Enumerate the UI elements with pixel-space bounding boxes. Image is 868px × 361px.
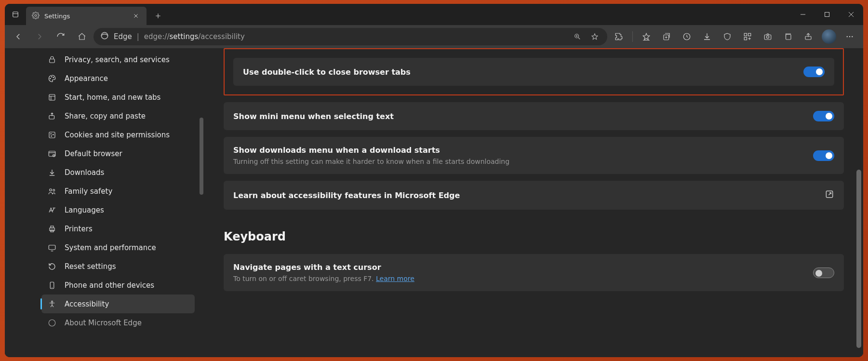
profile-avatar[interactable]: [822, 29, 836, 44]
setting-card-mini-menu: Show mini menu when selecting text: [224, 102, 844, 130]
tab-actions-button[interactable]: [5, 4, 26, 25]
sidebar-item-downloads[interactable]: Downloads: [41, 163, 195, 182]
refresh-button[interactable]: [51, 27, 70, 46]
url-app-label: Edge: [114, 32, 132, 41]
maximize-button[interactable]: [815, 4, 839, 25]
close-window-button[interactable]: [839, 4, 863, 25]
titlebar: Settings: [5, 4, 863, 25]
section-heading-keyboard: Keyboard: [224, 230, 844, 243]
sidebar-item-label: Family safety: [65, 187, 112, 196]
home-button[interactable]: [72, 27, 92, 46]
sidebar-item-start[interactable]: Start, home, and new tabs: [41, 88, 195, 107]
sidebar-item-label: Cookies and site permissions: [65, 131, 170, 139]
collections-icon[interactable]: [657, 27, 676, 46]
gear-icon: [32, 12, 40, 21]
url-field[interactable]: Edge | edge://settings/accessibility: [93, 28, 607, 45]
sidebar-item-printers[interactable]: Printers: [41, 219, 195, 238]
card-title: Learn about accessibility features in Mi…: [233, 191, 825, 200]
toggle-downloads-menu[interactable]: [813, 150, 834, 161]
svg-point-51: [53, 189, 55, 191]
svg-point-44: [53, 134, 54, 135]
sidebar-item-label: Phone and other devices: [65, 281, 154, 290]
history-icon[interactable]: [677, 27, 696, 46]
svg-rect-8: [825, 13, 829, 17]
svg-rect-56: [49, 245, 55, 249]
sidebar-item-reset[interactable]: Reset settings: [41, 257, 195, 276]
printer-icon: [47, 224, 57, 234]
sidebar-item-label: Downloads: [65, 168, 104, 177]
back-button[interactable]: [9, 27, 28, 46]
svg-point-61: [49, 320, 55, 326]
setting-card-doubleclick-close: Use double-click to close browser tabs: [233, 58, 834, 86]
svg-point-31: [847, 36, 848, 37]
svg-point-60: [52, 301, 53, 302]
settings-sidebar: Privacy, search, and services Appearance…: [5, 48, 204, 357]
svg-rect-42: [49, 132, 55, 138]
svg-rect-34: [50, 59, 55, 63]
sidebar-item-system[interactable]: System and performance: [41, 238, 195, 257]
card-title: Show downloads menu when a download star…: [233, 146, 813, 155]
sidebar-item-default-browser[interactable]: Default browser: [41, 144, 195, 163]
sidebar-item-label: Languages: [65, 206, 104, 214]
sidebar-item-label: Share, copy and paste: [65, 112, 146, 120]
sidebar-item-label: About Microsoft Edge: [65, 319, 142, 327]
more-menu-icon[interactable]: [840, 27, 859, 46]
sidebar-item-label: Privacy, search, and services: [65, 55, 170, 64]
new-tab-button[interactable]: [149, 7, 167, 25]
extensions-icon[interactable]: [609, 27, 628, 46]
toggle-caret-browsing[interactable]: [813, 267, 834, 278]
learn-more-link[interactable]: Learn more: [376, 275, 414, 282]
favorite-star-icon[interactable]: [587, 29, 602, 44]
zoom-icon[interactable]: [570, 29, 585, 44]
card-description: To turn on or off caret browsing, press …: [233, 275, 813, 282]
sidebar-scrollbar[interactable]: [200, 118, 203, 195]
toggle-doubleclick-close[interactable]: [803, 67, 825, 77]
card-description: Turning off this setting can make it har…: [233, 158, 813, 165]
sidebar-item-cookies[interactable]: Cookies and site permissions: [41, 125, 195, 144]
browser-tab[interactable]: Settings: [26, 7, 147, 25]
svg-rect-38: [49, 94, 55, 100]
svg-point-35: [50, 78, 51, 79]
favorites-icon[interactable]: [637, 27, 656, 46]
share-icon[interactable]: [799, 27, 818, 46]
tabs-overview-icon[interactable]: [778, 27, 798, 46]
svg-point-33: [852, 36, 853, 37]
svg-point-28: [766, 36, 769, 38]
svg-rect-23: [748, 33, 751, 36]
info-icon: [47, 318, 57, 328]
palette-icon: [47, 74, 57, 83]
setting-card-learn-accessibility[interactable]: Learn about accessibility features in Mi…: [224, 181, 844, 210]
main-scrollbar[interactable]: [856, 170, 861, 348]
browser-icon: [47, 149, 57, 159]
sidebar-item-languages[interactable]: Languages: [41, 201, 195, 219]
toggle-mini-menu[interactable]: [813, 111, 834, 121]
grid-icon: [47, 93, 57, 102]
settings-content: Privacy, search, and services Appearance…: [5, 48, 863, 357]
sidebar-item-privacy[interactable]: Privacy, search, and services: [41, 50, 195, 69]
sidebar-item-label: Printers: [65, 225, 93, 233]
language-icon: [47, 205, 57, 215]
svg-rect-29: [786, 35, 791, 40]
sidebar-item-family[interactable]: Family safety: [41, 182, 195, 201]
sidebar-item-accessibility[interactable]: Accessibility: [41, 294, 195, 313]
svg-point-37: [53, 77, 54, 78]
window-controls: [791, 4, 863, 25]
setting-card-downloads-menu: Show downloads menu when a download star…: [224, 137, 844, 174]
highlight-frame: Use double-click to close browser tabs: [224, 48, 844, 95]
screenshot-icon[interactable]: [758, 27, 777, 46]
svg-point-11: [101, 32, 108, 39]
sidebar-item-share[interactable]: Share, copy and paste: [41, 107, 195, 125]
close-tab-button[interactable]: [130, 10, 142, 22]
sidebar-item-appearance[interactable]: Appearance: [41, 69, 195, 88]
sidebar-item-label: Reset settings: [65, 262, 116, 271]
sidebar-item-about[interactable]: About Microsoft Edge: [41, 313, 195, 332]
download-icon: [47, 168, 57, 177]
svg-rect-54: [51, 226, 53, 228]
monitor-icon: [47, 243, 57, 253]
shield-icon[interactable]: [718, 27, 737, 46]
forward-button[interactable]: [30, 27, 49, 46]
sidebar-item-phone[interactable]: Phone and other devices: [41, 276, 195, 294]
downloads-icon[interactable]: [697, 27, 717, 46]
minimize-button[interactable]: [791, 4, 815, 25]
apps-icon[interactable]: [738, 27, 757, 46]
